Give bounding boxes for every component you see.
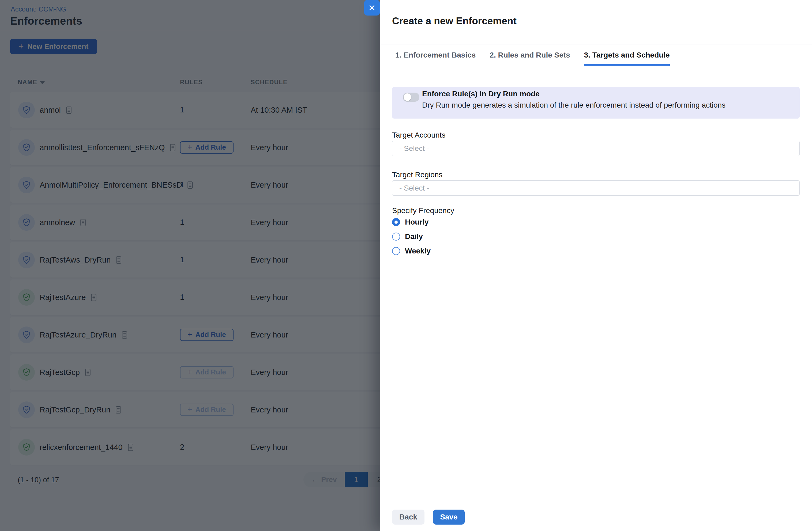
save-button[interactable]: Save — [433, 510, 465, 525]
radio-icon[interactable] — [392, 247, 400, 255]
dry-run-title: Enforce Rule(s) in Dry Run mode — [422, 90, 540, 98]
dry-run-banner: Enforce Rule(s) in Dry Run mode Dry Run … — [392, 87, 800, 119]
wizard-tabs: 1. Enforcement Basics2. Rules and Rule S… — [380, 44, 812, 66]
frequency-option-hourly[interactable]: Hourly — [392, 218, 431, 226]
target-accounts-select[interactable]: - Select - — [392, 141, 800, 156]
frequency-radio-group: HourlyDailyWeekly — [392, 218, 431, 262]
dry-run-toggle[interactable] — [403, 93, 419, 102]
tab-step-3[interactable]: 3. Targets and Schedule — [584, 44, 670, 66]
tab-step-1[interactable]: 1. Enforcement Basics — [395, 44, 476, 66]
drawer-title: Create a new Enforcement — [392, 16, 517, 27]
screen: Account: CCM-NG Enforcements + New Enfor… — [0, 0, 812, 531]
back-button[interactable]: Back — [392, 510, 424, 525]
close-drawer-button[interactable] — [364, 0, 380, 16]
drawer-body: Enforce Rule(s) in Dry Run mode Dry Run … — [392, 67, 800, 531]
create-enforcement-drawer: Create a new Enforcement 1. Enforcement … — [380, 0, 812, 531]
radio-label: Daily — [405, 232, 423, 241]
toggle-knob — [404, 93, 411, 101]
radio-selected-icon[interactable] — [392, 218, 400, 226]
target-regions-select[interactable]: - Select - — [392, 180, 800, 196]
radio-label: Hourly — [405, 218, 429, 226]
target-regions-label: Target Regions — [392, 171, 443, 179]
dry-run-description: Dry Run mode generates a simulation of t… — [422, 101, 725, 109]
close-icon — [368, 4, 376, 11]
drawer-footer: Back Save — [392, 510, 465, 525]
radio-label: Weekly — [405, 247, 431, 255]
frequency-option-daily[interactable]: Daily — [392, 233, 431, 241]
frequency-option-weekly[interactable]: Weekly — [392, 247, 431, 255]
radio-icon[interactable] — [392, 233, 400, 241]
target-accounts-label: Target Accounts — [392, 131, 445, 139]
specify-frequency-label: Specify Frequency — [392, 206, 454, 215]
tab-step-2[interactable]: 2. Rules and Rule Sets — [490, 44, 570, 66]
